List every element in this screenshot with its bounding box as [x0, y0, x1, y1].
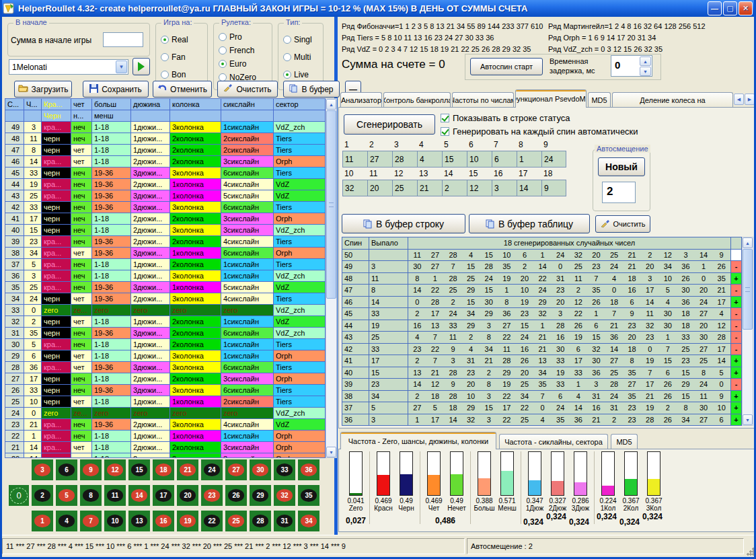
- close-button[interactable]: ✕: [739, 1, 753, 15]
- roulette-number-25[interactable]: 25: [225, 511, 247, 531]
- preset-combobox[interactable]: 1Melonati ▼: [9, 59, 128, 75]
- roulette-number-15[interactable]: 15: [128, 459, 150, 480]
- resize-grip-icon[interactable]: [747, 548, 755, 556]
- freq-tab-1[interactable]: Частота - Zero, шансы, дюжины, колонки: [340, 432, 496, 449]
- roulette-number-8[interactable]: 8: [80, 485, 102, 506]
- buffer-table-button[interactable]: В буфер таблицу: [469, 214, 590, 233]
- roulette-number-4[interactable]: 4: [56, 511, 77, 531]
- toolbar-button-1[interactable]: Загрузить: [14, 81, 72, 98]
- roulette-number-32[interactable]: 32: [274, 485, 295, 506]
- autoshift-value[interactable]: 2: [602, 182, 636, 203]
- roulette-number-30[interactable]: 30: [250, 459, 271, 480]
- roulette-number-33[interactable]: 33: [274, 459, 295, 480]
- spins-scroll-down-icon[interactable]: ▼: [743, 414, 753, 425]
- radio-live[interactable]: Live: [283, 70, 309, 79]
- history-scrollbar[interactable]: ▲ ▼: [326, 98, 337, 458]
- checkbox-auto-generate-box[interactable]: [441, 127, 449, 136]
- radio-dot-icon[interactable]: [161, 71, 169, 79]
- radio-dot-icon[interactable]: [161, 53, 169, 61]
- roulette-number-24[interactable]: 24: [201, 459, 223, 480]
- roulette-number-18[interactable]: 18: [153, 459, 174, 480]
- radio-real[interactable]: Real: [161, 35, 188, 44]
- spins-scroll-thumb[interactable]: [743, 249, 753, 330]
- tab-1[interactable]: Анализатор: [340, 92, 382, 107]
- roulette-number-14[interactable]: 14: [128, 485, 150, 506]
- minimize-button[interactable]: —: [708, 1, 722, 15]
- roulette-number-36[interactable]: 36: [298, 459, 319, 480]
- history-scroll-thumb[interactable]: [326, 110, 336, 299]
- radio-dot-icon[interactable]: [219, 46, 227, 54]
- roulette-number-5[interactable]: 5: [56, 485, 77, 506]
- roulette-number-7[interactable]: 7: [80, 511, 102, 531]
- roulette-number-16[interactable]: 16: [153, 511, 174, 531]
- roulette-number-26[interactable]: 26: [225, 485, 247, 506]
- roulette-number-31[interactable]: 31: [274, 511, 295, 531]
- tabs-scroll-right-icon[interactable]: ▶: [745, 94, 755, 105]
- tabs-scroll-left-icon[interactable]: ◀: [734, 94, 744, 105]
- roulette-number-29[interactable]: 29: [250, 485, 271, 506]
- radio-dot-icon[interactable]: [161, 36, 169, 44]
- roulette-zero-cell[interactable]: 0: [9, 485, 29, 506]
- spins-scrollbar[interactable]: ▲ ▼: [742, 237, 753, 426]
- radio-dot-icon[interactable]: [219, 60, 227, 68]
- roulette-number-22[interactable]: 22: [201, 511, 223, 531]
- roulette-number-6[interactable]: 6: [56, 459, 77, 480]
- freq-tab-2[interactable]: Частота - сиклайны, сектора: [499, 434, 608, 449]
- roulette-number-21[interactable]: 21: [177, 459, 198, 480]
- generator-clear-button[interactable]: Очистить: [595, 215, 650, 233]
- buffer-row-button[interactable]: В буфер строку: [342, 214, 465, 233]
- autospin-start-button[interactable]: Автоспин старт: [470, 58, 543, 75]
- radio-dot-icon[interactable]: [283, 53, 291, 61]
- tab-6[interactable]: Деление колеса на: [612, 92, 733, 107]
- freq-tab-3[interactable]: MD5: [611, 434, 638, 449]
- roulette-number-23[interactable]: 23: [201, 485, 223, 506]
- roulette-number-1[interactable]: 1: [32, 511, 53, 531]
- roulette-number-19[interactable]: 19: [177, 511, 198, 531]
- delay-spinner[interactable]: 0 ▲ ▼: [611, 55, 652, 77]
- roulette-number-2[interactable]: 2: [32, 485, 53, 506]
- radio-pro[interactable]: Pro: [219, 32, 242, 42]
- tab-2[interactable]: Контроль банкролла: [383, 92, 451, 107]
- roulette-number-13[interactable]: 13: [128, 511, 150, 531]
- checkbox-show-status-box[interactable]: [441, 114, 449, 122]
- toolbar-button-5[interactable]: В буфер: [283, 81, 340, 98]
- roulette-number-27[interactable]: 27: [225, 459, 247, 480]
- radio-dot-icon[interactable]: [283, 36, 291, 44]
- roulette-number-3[interactable]: 3: [32, 459, 53, 480]
- tab-4[interactable]: Функционал PsevdoMS: [515, 89, 587, 108]
- delay-up-icon[interactable]: ▲: [640, 57, 651, 66]
- radio-multi[interactable]: Multi: [283, 52, 311, 62]
- radio-fan[interactable]: Fan: [161, 52, 186, 62]
- tab-3[interactable]: Частоты по числам: [452, 92, 514, 107]
- checkbox-auto-generate[interactable]: Генерировать на каждый спин автоматическ…: [441, 126, 638, 137]
- checkbox-show-status[interactable]: Показывать в строке статуса: [441, 113, 570, 123]
- toolbar-button-2[interactable]: Сохранить: [83, 81, 149, 98]
- generate-button[interactable]: Сгенерировать: [344, 114, 435, 135]
- tab-5[interactable]: MD5: [588, 92, 611, 107]
- roulette-number-9[interactable]: 9: [80, 459, 102, 480]
- combobox-dropdown-icon[interactable]: ▼: [116, 61, 127, 73]
- roulette-number-17[interactable]: 17: [153, 485, 174, 506]
- radio-french[interactable]: French: [219, 46, 254, 55]
- roulette-number-20[interactable]: 20: [177, 485, 198, 506]
- maximize-button[interactable]: ▢: [723, 1, 737, 15]
- toolbar-button-3[interactable]: Отменить: [153, 81, 212, 98]
- roulette-number-34[interactable]: 34: [298, 511, 319, 531]
- radio-dot-icon[interactable]: [219, 33, 227, 41]
- roulette-number-11[interactable]: 11: [104, 485, 126, 506]
- history-scroll-up-icon[interactable]: ▲: [326, 99, 336, 110]
- roulette-number-35[interactable]: 35: [298, 485, 319, 506]
- roulette-number-28[interactable]: 28: [250, 511, 271, 531]
- roulette-number-12[interactable]: 12: [104, 459, 126, 480]
- history-scroll-down-icon[interactable]: ▼: [326, 447, 336, 457]
- radio-dot-icon[interactable]: [283, 71, 291, 79]
- run-preset-button[interactable]: [133, 58, 150, 75]
- radio-singl[interactable]: Singl: [283, 35, 312, 44]
- roulette-number-10[interactable]: 10: [104, 511, 126, 531]
- spins-scroll-up-icon[interactable]: ▲: [743, 237, 753, 248]
- autoshift-new-button[interactable]: Новый: [598, 157, 645, 176]
- start-sum-input[interactable]: [103, 32, 143, 47]
- toolbar-button-4[interactable]: Очистить: [217, 81, 278, 98]
- radio-euro[interactable]: Euro: [219, 59, 246, 69]
- radio-bon[interactable]: Bon: [161, 70, 186, 79]
